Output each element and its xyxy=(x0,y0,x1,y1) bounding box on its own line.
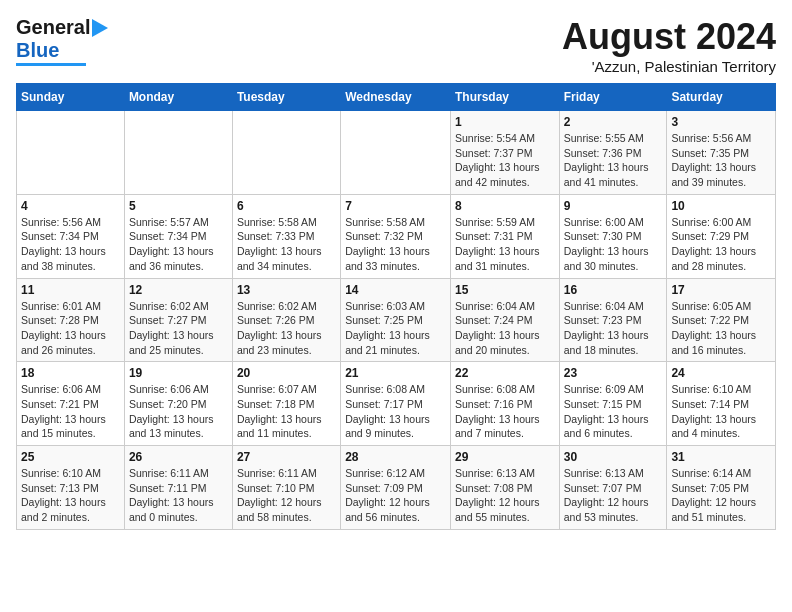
day-info: Sunrise: 6:09 AMSunset: 7:15 PMDaylight:… xyxy=(564,382,663,441)
calendar-week-row: 18Sunrise: 6:06 AMSunset: 7:21 PMDayligh… xyxy=(17,362,776,446)
day-number: 2 xyxy=(564,115,663,129)
day-number: 16 xyxy=(564,283,663,297)
table-row: 4Sunrise: 5:56 AMSunset: 7:34 PMDaylight… xyxy=(17,194,125,278)
table-row: 8Sunrise: 5:59 AMSunset: 7:31 PMDaylight… xyxy=(450,194,559,278)
col-thursday: Thursday xyxy=(450,84,559,111)
day-number: 9 xyxy=(564,199,663,213)
calendar-week-row: 11Sunrise: 6:01 AMSunset: 7:28 PMDayligh… xyxy=(17,278,776,362)
day-number: 28 xyxy=(345,450,446,464)
day-info: Sunrise: 5:57 AMSunset: 7:34 PMDaylight:… xyxy=(129,215,228,274)
day-info: Sunrise: 6:05 AMSunset: 7:22 PMDaylight:… xyxy=(671,299,771,358)
col-tuesday: Tuesday xyxy=(232,84,340,111)
day-info: Sunrise: 6:07 AMSunset: 7:18 PMDaylight:… xyxy=(237,382,336,441)
day-number: 24 xyxy=(671,366,771,380)
table-row: 29Sunrise: 6:13 AMSunset: 7:08 PMDayligh… xyxy=(450,446,559,530)
day-info: Sunrise: 6:11 AMSunset: 7:10 PMDaylight:… xyxy=(237,466,336,525)
logo: General Blue xyxy=(16,16,110,66)
day-info: Sunrise: 6:08 AMSunset: 7:16 PMDaylight:… xyxy=(455,382,555,441)
table-row: 3Sunrise: 5:56 AMSunset: 7:35 PMDaylight… xyxy=(667,111,776,195)
col-saturday: Saturday xyxy=(667,84,776,111)
day-info: Sunrise: 6:08 AMSunset: 7:17 PMDaylight:… xyxy=(345,382,446,441)
day-number: 20 xyxy=(237,366,336,380)
table-row: 24Sunrise: 6:10 AMSunset: 7:14 PMDayligh… xyxy=(667,362,776,446)
title-block: August 2024 'Azzun, Palestinian Territor… xyxy=(562,16,776,75)
table-row: 1Sunrise: 5:54 AMSunset: 7:37 PMDaylight… xyxy=(450,111,559,195)
svg-marker-0 xyxy=(92,19,108,37)
col-sunday: Sunday xyxy=(17,84,125,111)
day-number: 3 xyxy=(671,115,771,129)
table-row: 13Sunrise: 6:02 AMSunset: 7:26 PMDayligh… xyxy=(232,278,340,362)
location-subtitle: 'Azzun, Palestinian Territory xyxy=(562,58,776,75)
day-info: Sunrise: 6:14 AMSunset: 7:05 PMDaylight:… xyxy=(671,466,771,525)
table-row: 20Sunrise: 6:07 AMSunset: 7:18 PMDayligh… xyxy=(232,362,340,446)
day-number: 8 xyxy=(455,199,555,213)
day-info: Sunrise: 6:10 AMSunset: 7:13 PMDaylight:… xyxy=(21,466,120,525)
day-number: 5 xyxy=(129,199,228,213)
table-row: 25Sunrise: 6:10 AMSunset: 7:13 PMDayligh… xyxy=(17,446,125,530)
table-row: 14Sunrise: 6:03 AMSunset: 7:25 PMDayligh… xyxy=(341,278,451,362)
day-info: Sunrise: 6:02 AMSunset: 7:26 PMDaylight:… xyxy=(237,299,336,358)
day-info: Sunrise: 6:12 AMSunset: 7:09 PMDaylight:… xyxy=(345,466,446,525)
table-row xyxy=(341,111,451,195)
day-info: Sunrise: 6:00 AMSunset: 7:29 PMDaylight:… xyxy=(671,215,771,274)
table-row: 2Sunrise: 5:55 AMSunset: 7:36 PMDaylight… xyxy=(559,111,667,195)
day-number: 6 xyxy=(237,199,336,213)
table-row: 31Sunrise: 6:14 AMSunset: 7:05 PMDayligh… xyxy=(667,446,776,530)
day-number: 1 xyxy=(455,115,555,129)
day-info: Sunrise: 6:00 AMSunset: 7:30 PMDaylight:… xyxy=(564,215,663,274)
day-number: 22 xyxy=(455,366,555,380)
day-number: 30 xyxy=(564,450,663,464)
calendar-header-row: Sunday Monday Tuesday Wednesday Thursday… xyxy=(17,84,776,111)
table-row: 11Sunrise: 6:01 AMSunset: 7:28 PMDayligh… xyxy=(17,278,125,362)
calendar-week-row: 1Sunrise: 5:54 AMSunset: 7:37 PMDaylight… xyxy=(17,111,776,195)
day-number: 23 xyxy=(564,366,663,380)
table-row: 12Sunrise: 6:02 AMSunset: 7:27 PMDayligh… xyxy=(124,278,232,362)
day-number: 17 xyxy=(671,283,771,297)
day-info: Sunrise: 5:59 AMSunset: 7:31 PMDaylight:… xyxy=(455,215,555,274)
table-row: 5Sunrise: 5:57 AMSunset: 7:34 PMDaylight… xyxy=(124,194,232,278)
day-info: Sunrise: 6:13 AMSunset: 7:07 PMDaylight:… xyxy=(564,466,663,525)
day-number: 29 xyxy=(455,450,555,464)
table-row: 27Sunrise: 6:11 AMSunset: 7:10 PMDayligh… xyxy=(232,446,340,530)
day-info: Sunrise: 5:56 AMSunset: 7:35 PMDaylight:… xyxy=(671,131,771,190)
day-number: 26 xyxy=(129,450,228,464)
table-row: 28Sunrise: 6:12 AMSunset: 7:09 PMDayligh… xyxy=(341,446,451,530)
col-friday: Friday xyxy=(559,84,667,111)
table-row xyxy=(124,111,232,195)
day-number: 14 xyxy=(345,283,446,297)
table-row: 16Sunrise: 6:04 AMSunset: 7:23 PMDayligh… xyxy=(559,278,667,362)
day-number: 25 xyxy=(21,450,120,464)
table-row xyxy=(232,111,340,195)
day-info: Sunrise: 6:04 AMSunset: 7:23 PMDaylight:… xyxy=(564,299,663,358)
table-row: 26Sunrise: 6:11 AMSunset: 7:11 PMDayligh… xyxy=(124,446,232,530)
day-info: Sunrise: 6:13 AMSunset: 7:08 PMDaylight:… xyxy=(455,466,555,525)
calendar-week-row: 4Sunrise: 5:56 AMSunset: 7:34 PMDaylight… xyxy=(17,194,776,278)
day-number: 13 xyxy=(237,283,336,297)
table-row: 30Sunrise: 6:13 AMSunset: 7:07 PMDayligh… xyxy=(559,446,667,530)
table-row: 19Sunrise: 6:06 AMSunset: 7:20 PMDayligh… xyxy=(124,362,232,446)
day-info: Sunrise: 5:54 AMSunset: 7:37 PMDaylight:… xyxy=(455,131,555,190)
day-number: 21 xyxy=(345,366,446,380)
day-info: Sunrise: 6:04 AMSunset: 7:24 PMDaylight:… xyxy=(455,299,555,358)
day-info: Sunrise: 6:01 AMSunset: 7:28 PMDaylight:… xyxy=(21,299,120,358)
day-number: 18 xyxy=(21,366,120,380)
day-info: Sunrise: 6:11 AMSunset: 7:11 PMDaylight:… xyxy=(129,466,228,525)
logo-blue-text: Blue xyxy=(16,39,59,62)
day-number: 10 xyxy=(671,199,771,213)
logo-underline xyxy=(16,63,86,66)
day-number: 19 xyxy=(129,366,228,380)
day-number: 15 xyxy=(455,283,555,297)
table-row: 6Sunrise: 5:58 AMSunset: 7:33 PMDaylight… xyxy=(232,194,340,278)
logo-arrow-icon xyxy=(92,17,110,39)
day-info: Sunrise: 5:56 AMSunset: 7:34 PMDaylight:… xyxy=(21,215,120,274)
day-info: Sunrise: 6:06 AMSunset: 7:21 PMDaylight:… xyxy=(21,382,120,441)
day-info: Sunrise: 5:58 AMSunset: 7:32 PMDaylight:… xyxy=(345,215,446,274)
day-info: Sunrise: 6:03 AMSunset: 7:25 PMDaylight:… xyxy=(345,299,446,358)
table-row: 21Sunrise: 6:08 AMSunset: 7:17 PMDayligh… xyxy=(341,362,451,446)
day-number: 12 xyxy=(129,283,228,297)
calendar-table: Sunday Monday Tuesday Wednesday Thursday… xyxy=(16,83,776,530)
col-monday: Monday xyxy=(124,84,232,111)
table-row: 9Sunrise: 6:00 AMSunset: 7:30 PMDaylight… xyxy=(559,194,667,278)
table-row: 18Sunrise: 6:06 AMSunset: 7:21 PMDayligh… xyxy=(17,362,125,446)
page-header: General Blue August 2024 'Azzun, Palesti… xyxy=(16,16,776,75)
